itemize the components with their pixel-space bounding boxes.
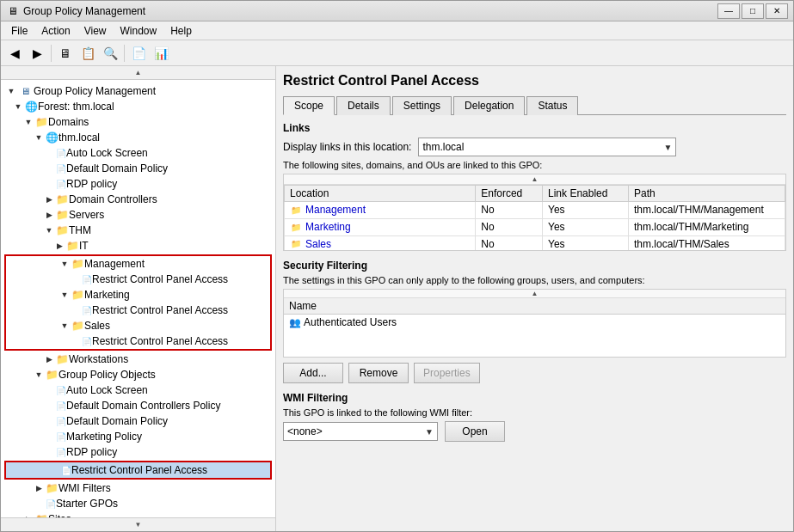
- tree-node-management[interactable]: ▼ 📁 Management: [6, 256, 270, 272]
- location-link[interactable]: Sales: [305, 238, 331, 250]
- menu-action[interactable]: Action: [34, 23, 77, 39]
- tree-node-rcpa_sales[interactable]: 📄 Restrict Control Panel Access: [6, 333, 270, 349]
- tree-node-label-gpo_rdp: RDP policy: [66, 446, 117, 458]
- tree-container[interactable]: ▼ 🖥 Group Policy Management ▼ 🌐 Forest: …: [1, 80, 275, 517]
- table-cell-location: 📁Management: [285, 202, 476, 219]
- wmi-row: <none> ▼ Open: [283, 421, 786, 442]
- gpo-icon: 📄: [82, 275, 92, 284]
- tree-node-gpo_ddcp[interactable]: 📄 Default Domain Controllers Policy: [1, 398, 275, 413]
- tree-node-starter[interactable]: 📄 Starter GPOs: [1, 496, 275, 511]
- toolbar-btn2[interactable]: 📋: [77, 43, 98, 64]
- tree-node-domains[interactable]: ▼ 📁 Domains: [1, 114, 275, 130]
- remove-button[interactable]: Remove: [348, 363, 409, 383]
- location-link[interactable]: Management: [305, 204, 366, 216]
- wmi-dropdown[interactable]: <none> ▼: [283, 422, 438, 441]
- tree-node-forest[interactable]: ▼ 🌐 Forest: thm.local: [1, 99, 275, 114]
- tab-scope[interactable]: Scope: [283, 96, 335, 115]
- menu-view[interactable]: View: [77, 23, 114, 39]
- tree-node-defaultdomain[interactable]: 📄 Default Domain Policy: [1, 161, 275, 176]
- add-button[interactable]: Add...: [283, 363, 343, 383]
- tree-node-rcpa_management[interactable]: 📄 Restrict Control Panel Access: [6, 272, 270, 287]
- tree-node-thm[interactable]: ▼ 📁 THM: [1, 223, 275, 238]
- close-button[interactable]: ✕: [766, 3, 788, 19]
- wmi-open-button[interactable]: Open: [445, 421, 505, 442]
- tab-settings[interactable]: Settings: [392, 96, 452, 115]
- menu-file[interactable]: File: [4, 23, 34, 39]
- expander-icon: ▼: [32, 368, 46, 382]
- toolbar-btn5[interactable]: 📊: [151, 43, 171, 64]
- expander-icon: ▼: [58, 257, 71, 271]
- sec-scroll-up[interactable]: ▲: [284, 290, 785, 298]
- location-link[interactable]: Marketing: [305, 221, 351, 233]
- toolbar-forward[interactable]: ▶: [27, 43, 47, 64]
- app-icon: 🖥: [6, 4, 20, 18]
- properties-button[interactable]: Properties: [414, 363, 480, 383]
- toolbar-btn1[interactable]: 🖥: [55, 43, 76, 64]
- tree-node-marketing[interactable]: ▼ 📁 Marketing: [6, 287, 270, 303]
- tree-node-sales[interactable]: ▼ 📁 Sales: [6, 318, 270, 333]
- tree-node-workstations[interactable]: ▶ 📁 Workstations: [1, 352, 275, 367]
- wmi-section: WMI Filtering This GPO is linked to the …: [283, 392, 786, 442]
- title-bar: 🖥 Group Policy Management — □ ✕: [1, 1, 793, 21]
- tree-node-autolock[interactable]: 📄 Auto Lock Screen: [1, 145, 275, 161]
- security-title: Security Filtering: [283, 260, 786, 272]
- toolbar-back[interactable]: ◀: [4, 43, 25, 64]
- tree-node-dc[interactable]: ▶ 📁 Domain Controllers: [1, 192, 275, 207]
- tree-node-rdppolicy[interactable]: 📄 RDP policy: [1, 176, 275, 192]
- tab-details[interactable]: Details: [336, 96, 391, 115]
- tabs-bar: Scope Details Settings Delegation Status: [283, 95, 786, 115]
- window-controls: — □ ✕: [717, 3, 788, 19]
- table-row[interactable]: 📁SalesNoYesthm.local/THM/Sales: [285, 235, 785, 251]
- toolbar: ◀ ▶ 🖥 📋 🔍 📄 📊: [1, 40, 793, 66]
- panel-title: Restrict Control Panel Access: [283, 73, 786, 89]
- tree-node-thm.local[interactable]: ▼ 🌐 thm.local: [1, 130, 275, 145]
- tree-node-it[interactable]: ▶ 📁 IT: [1, 238, 275, 254]
- gpo-icon: 📄: [61, 466, 71, 475]
- tree-scroll-up[interactable]: ▲: [1, 66, 275, 80]
- toolbar-btn4[interactable]: 📄: [128, 43, 149, 64]
- table-scroll-up[interactable]: ▲: [284, 174, 785, 185]
- tree-scroll-down[interactable]: ▼: [1, 517, 275, 531]
- menu-bar: File Action View Window Help: [1, 21, 793, 40]
- gpo-icon: 📄: [56, 180, 66, 189]
- col-path: Path: [629, 186, 785, 202]
- root-icon: 🖥: [18, 84, 32, 98]
- table-cell-enforced: No: [476, 218, 543, 235]
- dropdown-arrow-icon: ▼: [664, 143, 673, 152]
- minimize-button[interactable]: —: [717, 3, 740, 19]
- col-enforced: Enforced: [476, 186, 543, 202]
- tree-node-label-sales: Sales: [84, 320, 110, 332]
- tree-node-rcpa_marketing[interactable]: 📄 Restrict Control Panel Access: [6, 303, 270, 318]
- tree-node-gpo_rcpa[interactable]: 📄 Restrict Control Panel Access: [6, 462, 270, 478]
- highlight-group: ▼ 📁 Management 📄 Restrict Control Panel …: [4, 254, 272, 351]
- maximize-button[interactable]: □: [742, 3, 764, 19]
- toolbar-btn3[interactable]: 🔍: [100, 43, 120, 64]
- menu-help[interactable]: Help: [163, 23, 199, 39]
- location-dropdown[interactable]: thm.local ▼: [418, 138, 676, 156]
- tree-node-servers[interactable]: ▶ 📁 Servers: [1, 207, 275, 223]
- tab-status[interactable]: Status: [526, 96, 578, 115]
- menu-window[interactable]: Window: [114, 23, 164, 39]
- table-row[interactable]: 📁MarketingNoYesthm.local/THM/Marketing: [285, 218, 785, 235]
- tree-node-root[interactable]: ▼ 🖥 Group Policy Management: [1, 83, 275, 99]
- wmi-dropdown-value: <none>: [287, 425, 323, 437]
- tab-delegation[interactable]: Delegation: [453, 96, 525, 115]
- table-row[interactable]: 📁ManagementNoYesthm.local/THM/Management: [285, 202, 785, 219]
- security-row[interactable]: 👥 Authenticated Users: [284, 315, 785, 331]
- security-cell: 👥 Authenticated Users: [284, 315, 785, 331]
- tree-node-label-servers: Servers: [69, 209, 104, 221]
- gpo-icon: 📄: [82, 337, 92, 346]
- tree-node-wmi[interactable]: ▶ 📁 WMI Filters: [1, 480, 275, 496]
- tree-node-gpo[interactable]: ▼ 📁 Group Policy Objects: [1, 367, 275, 382]
- tree-node-sites[interactable]: ▶ 📁 Sites: [1, 511, 275, 517]
- tree-node-gpo_autolock[interactable]: 📄 Auto Lock Screen: [1, 382, 275, 398]
- tree-node-gpo_marketing[interactable]: 📄 Marketing Policy: [1, 429, 275, 444]
- gpo-icon: 📄: [56, 149, 66, 158]
- right-panel: Restrict Control Panel Access Scope Deta…: [276, 66, 793, 531]
- table-cell-location: 📁Sales: [285, 235, 476, 251]
- tree-node-gpo_ddp[interactable]: 📄 Default Domain Policy: [1, 413, 275, 429]
- tree-node-label-it: IT: [79, 240, 89, 252]
- main-window: 🖥 Group Policy Management — □ ✕ File Act…: [0, 0, 794, 532]
- tree-node-label-thm.local: thm.local: [58, 131, 100, 144]
- tree-node-gpo_rdp[interactable]: 📄 RDP policy: [1, 444, 275, 460]
